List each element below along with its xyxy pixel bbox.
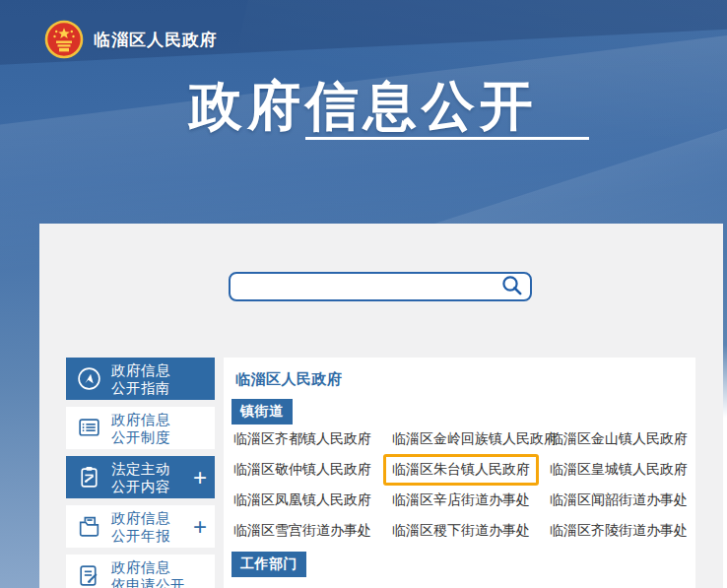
- document-list-icon: [76, 415, 102, 441]
- sidebar-item-statutory[interactable]: 法定主动 公开内容 +: [66, 456, 215, 498]
- sidebar-item-guide[interactable]: 政府信息 公开指南: [66, 358, 215, 400]
- search-icon: [500, 274, 524, 300]
- town-link[interactable]: 临淄区敬仲镇人民政府: [233, 461, 371, 477]
- sidebar-item-label: 法定主动 公开内容: [111, 460, 170, 495]
- sidebar-item-label: 政府信息 依申请公开: [111, 558, 185, 588]
- town-link[interactable]: 临淄区皇城镇人民政府: [550, 461, 688, 477]
- link-cell: 临淄区雪宫街道办事处: [233, 521, 392, 540]
- link-cell: 临淄区闻韶街道办事处: [550, 490, 695, 509]
- plus-icon[interactable]: +: [193, 468, 207, 488]
- sidebar-item-label: 政府信息 公开年报: [111, 509, 170, 545]
- sidebar-item-label: 政府信息 公开指南: [111, 361, 170, 397]
- town-links-grid: 临淄区齐都镇人民政府临淄区金岭回族镇人民政府临淄区金山镇人民政府临淄区敬仲镇人民…: [233, 424, 695, 546]
- town-link[interactable]: 临淄区齐都镇人民政府: [233, 430, 371, 446]
- link-cell: 临淄区齐都镇人民政府: [233, 429, 392, 448]
- section-badge-departments: 工作部门: [231, 552, 306, 577]
- content-area: 临淄区人民政府 镇街道 临淄区齐都镇人民政府临淄区金岭回族镇人民政府临淄区金山镇…: [224, 358, 695, 588]
- town-link[interactable]: 临淄区凤凰镇人民政府: [233, 491, 371, 507]
- link-cell: 临淄区齐陵街道办事处: [550, 521, 695, 540]
- sidebar: 政府信息 公开指南 政府信息 公开制度: [66, 358, 215, 588]
- title-underline: [305, 137, 589, 140]
- folder-icon: [76, 513, 102, 540]
- national-emblem-icon: [44, 20, 84, 59]
- search-bar: [229, 272, 532, 301]
- town-link[interactable]: 临淄区齐陵街道办事处: [550, 522, 688, 538]
- town-link[interactable]: 临淄区金岭回族镇人民政府: [392, 430, 558, 446]
- sidebar-item-application[interactable]: 政府信息 依申请公开: [66, 555, 215, 588]
- town-link[interactable]: 临淄区稷下街道办事处: [392, 522, 530, 538]
- sidebar-item-rules[interactable]: 政府信息 公开制度: [66, 407, 215, 449]
- town-link[interactable]: 临淄区辛店街道办事处: [392, 491, 530, 507]
- clipboard-pen-icon: [76, 464, 102, 490]
- sidebar-item-annual-report[interactable]: 政府信息 公开年报 +: [66, 505, 215, 548]
- document-pen-icon: [76, 562, 102, 588]
- link-cell: 临淄区辛店街道办事处: [392, 490, 550, 509]
- section-badge-towns: 镇街道: [231, 399, 293, 425]
- site-logo[interactable]: 临淄区人民政府: [44, 20, 218, 59]
- page-heading: 临淄区人民政府: [235, 370, 343, 389]
- page: 临淄区人民政府 政府信息公开: [0, 0, 727, 588]
- link-cell: 临淄区金岭回族镇人民政府: [392, 429, 550, 448]
- town-link[interactable]: 临淄区金山镇人民政府: [550, 430, 688, 446]
- town-link[interactable]: 临淄区闻韶街道办事处: [550, 491, 688, 507]
- link-cell: 临淄区朱台镇人民政府: [392, 460, 550, 479]
- town-link-highlighted[interactable]: 临淄区朱台镇人民政府: [383, 454, 539, 486]
- compass-icon: [76, 365, 102, 392]
- link-cell: 临淄区稷下街道办事处: [392, 521, 550, 540]
- site-name[interactable]: 临淄区人民政府: [94, 29, 218, 51]
- link-cell: 临淄区金山镇人民政府: [550, 429, 695, 448]
- link-cell: 临淄区皇城镇人民政府: [550, 460, 695, 479]
- page-title: 政府信息公开: [0, 71, 727, 143]
- search-input[interactable]: [231, 275, 500, 298]
- plus-icon[interactable]: +: [193, 517, 207, 537]
- link-cell: 临淄区敬仲镇人民政府: [233, 460, 392, 479]
- search-button[interactable]: [500, 274, 530, 300]
- sidebar-item-label: 政府信息 公开制度: [111, 411, 170, 446]
- town-link[interactable]: 临淄区雪宫街道办事处: [233, 522, 371, 538]
- link-cell: 临淄区凤凰镇人民政府: [233, 490, 392, 509]
